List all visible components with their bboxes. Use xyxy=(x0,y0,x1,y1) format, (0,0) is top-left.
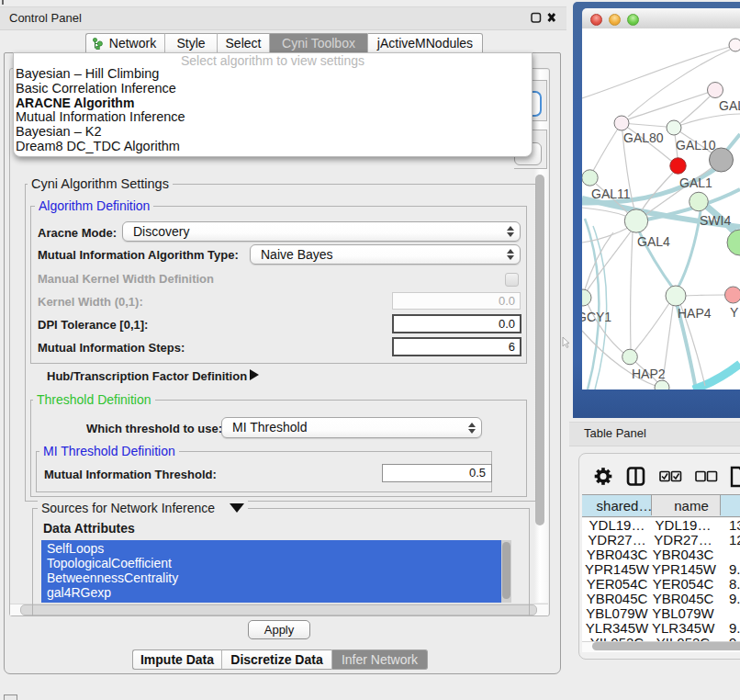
svg-text:GAL4: GAL4 xyxy=(637,234,670,249)
svg-text:GAL: GAL xyxy=(719,98,740,113)
svg-text:GCY1: GCY1 xyxy=(582,310,611,324)
svg-text:HAP4: HAP4 xyxy=(678,306,712,321)
svg-text:SWI4: SWI4 xyxy=(700,213,731,228)
svg-text:GAL80: GAL80 xyxy=(623,130,664,145)
svg-text:GAL11: GAL11 xyxy=(591,186,631,201)
svg-text:GAL10: GAL10 xyxy=(676,138,716,152)
svg-text:GAL1: GAL1 xyxy=(679,175,712,190)
svg-text:Y: Y xyxy=(730,305,739,320)
svg-text:HAP2: HAP2 xyxy=(632,367,666,381)
